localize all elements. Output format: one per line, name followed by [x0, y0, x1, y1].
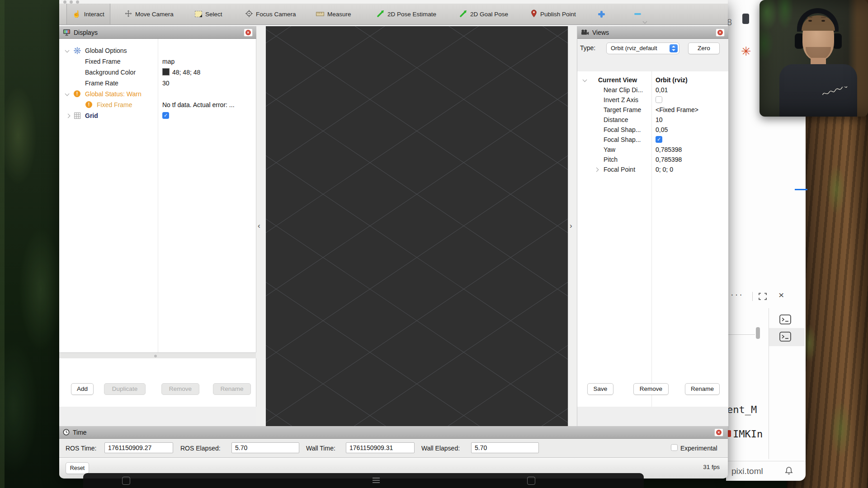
time-panel: Time × ROS Time: 1761150909.27 ROS Elaps… [59, 426, 728, 457]
row-label: Focal Shap... [604, 124, 641, 135]
maximize-icon[interactable] [759, 293, 767, 302]
rename-display-button: Rename [213, 383, 251, 395]
tree-row-yaw[interactable]: Yaw 0,785398 [577, 144, 728, 155]
save-view-button[interactable]: Save [587, 383, 613, 395]
row-value[interactable]: 0,785398 [656, 154, 682, 165]
ros-time-label: ROS Time: [66, 443, 96, 454]
dock-app-icon[interactable] [527, 477, 535, 485]
displays-panel-header[interactable]: Displays × [59, 26, 256, 39]
tree-row-fixed-frame-warning[interactable]: ! Fixed Frame No tf data. Actual error: … [59, 99, 256, 110]
chevron-down-icon[interactable] [643, 19, 647, 24]
row-label: Focal Shap... [604, 134, 641, 145]
ros-time-input[interactable]: 1761150909.27 [104, 442, 173, 453]
experimental-checkbox[interactable] [671, 444, 678, 451]
row-value[interactable]: 48; 48; 48 [162, 67, 200, 78]
window-control-dot[interactable] [63, 0, 66, 4]
tree-row-target-frame[interactable]: Target Frame <Fixed Frame> [577, 104, 728, 115]
tree-row-focal-shape-size[interactable]: Focal Shap... 0,05 [577, 124, 728, 135]
time-panel-header[interactable]: Time × [59, 426, 728, 439]
measure-tool-button[interactable]: Measure [316, 4, 351, 24]
wall-time-input[interactable]: 1761150909.31 [346, 442, 415, 453]
chevron-right-icon[interactable] [594, 168, 599, 172]
window-control-dot[interactable] [76, 0, 79, 4]
remove-tool-button[interactable] [634, 4, 641, 24]
focal-shape-checkbox[interactable]: ✓ [656, 136, 662, 143]
warning-icon: ! [74, 90, 80, 97]
chevron-down-icon[interactable] [583, 78, 587, 82]
chevron-down-icon[interactable] [65, 92, 70, 96]
reset-button[interactable]: Reset [66, 462, 89, 474]
panel-icon[interactable] [742, 14, 749, 24]
terminal-icon[interactable] [779, 314, 791, 326]
row-value[interactable]: 0,785398 [656, 144, 682, 155]
duplicate-display-button: Duplicate [104, 383, 146, 395]
tree-row-frame-rate[interactable]: Frame Rate 30 [59, 78, 256, 89]
select-tool-button[interactable]: Select [195, 4, 222, 24]
row-value[interactable]: <Fixed Frame> [656, 104, 698, 115]
invert-z-checkbox[interactable] [656, 96, 662, 103]
tree-row-focal-point[interactable]: Focal Point 0; 0; 0 [577, 164, 728, 175]
tree-row-background-color[interactable]: Background Color 48; 48; 48 [59, 67, 256, 78]
interact-tool-button[interactable]: ☝ Interact [66, 4, 110, 24]
grid-enabled-checkbox[interactable]: ✓ [162, 112, 169, 119]
row-label: Yaw [604, 144, 615, 155]
close-panel-button[interactable]: × [244, 28, 253, 37]
tree-row-global-options[interactable]: Global Options [59, 45, 256, 56]
focus-camera-tool-button[interactable]: Focus Camera [245, 4, 296, 24]
ros-elapsed-input[interactable]: 5.70 [231, 442, 299, 453]
publish-point-tool-button[interactable]: Publish Point [531, 4, 576, 24]
row-label: Distance [604, 114, 628, 125]
tree-row-invert-z[interactable]: Invert Z Axis [577, 94, 728, 105]
dock-menu-icon[interactable] [373, 478, 380, 483]
rename-view-button[interactable]: Rename [685, 383, 720, 395]
3d-viewport[interactable] [266, 26, 568, 426]
truncated-code-text: IMKIn [733, 428, 763, 440]
view-type-dropdown[interactable]: Orbit (rviz_default [606, 42, 679, 54]
view-type-value: Orbit (rviz_default [611, 45, 657, 52]
collapse-right-chevron[interactable]: › [570, 221, 572, 230]
row-label: Pitch [604, 154, 618, 165]
window-control-dot[interactable] [70, 0, 73, 4]
close-panel-button[interactable]: × [714, 428, 723, 436]
dock-app-icon[interactable] [122, 477, 130, 485]
tree-row-pitch[interactable]: Pitch 0,785398 [577, 154, 728, 165]
chevron-right-icon[interactable] [66, 114, 71, 118]
bell-icon[interactable] [784, 466, 794, 478]
add-display-button[interactable]: Add [71, 383, 94, 395]
fps-counter: 31 fps [703, 464, 720, 470]
row-value[interactable]: 10 [656, 114, 663, 125]
tree-row-distance[interactable]: Distance 10 [577, 114, 728, 125]
views-panel-header[interactable]: Views × [577, 26, 728, 39]
row-value[interactable]: 0; 0; 0 [656, 164, 673, 175]
displays-panel: Displays × Global Options Fixed Frame ma… [59, 26, 256, 426]
row-value[interactable]: 0,01 [656, 84, 668, 95]
goal-pose-tool-button[interactable]: 2D Goal Pose [460, 4, 508, 24]
pose-estimate-tool-button[interactable]: 2D Pose Estimate [377, 4, 436, 24]
tree-row-current-view[interactable]: Current View Orbit (rviz) [577, 75, 728, 85]
plus-icon [598, 11, 605, 18]
wall-elapsed-input[interactable]: 5.70 [471, 442, 539, 453]
asterisk-icon: ✳ [741, 44, 751, 59]
tree-row-fixed-frame[interactable]: Fixed Frame map [59, 56, 256, 67]
panel-collapse-gutter: › [568, 26, 578, 426]
remove-view-button[interactable]: Remove [633, 383, 669, 395]
close-icon[interactable]: × [778, 290, 784, 300]
tree-row-grid[interactable]: Grid ✓ [59, 110, 256, 121]
move-camera-tool-button[interactable]: Move Camera [125, 4, 174, 24]
tree-row-near-clip[interactable]: Near Clip Di... 0,01 [577, 84, 728, 95]
row-value[interactable]: 0,05 [656, 124, 668, 135]
add-tool-button[interactable] [598, 4, 605, 24]
row-value[interactable]: map [162, 56, 175, 67]
more-menu-icon[interactable]: ··· [731, 289, 744, 300]
file-name-label[interactable]: pixi.toml [731, 466, 763, 476]
row-value[interactable]: 30 [162, 78, 170, 89]
tree-row-focal-shape-fixed[interactable]: Focal Shap... ✓ [577, 134, 728, 145]
chevron-down-icon[interactable] [65, 48, 70, 53]
collapse-left-chevron[interactable]: ‹ [258, 221, 260, 230]
scrollbar-thumb[interactable] [756, 327, 760, 339]
terminal-icon[interactable] [779, 332, 791, 343]
row-label: Target Frame [604, 104, 641, 115]
tree-row-global-status[interactable]: ! Global Status: Warn [59, 89, 256, 99]
zero-button[interactable]: Zero [688, 42, 720, 54]
close-panel-button[interactable]: × [716, 28, 725, 37]
